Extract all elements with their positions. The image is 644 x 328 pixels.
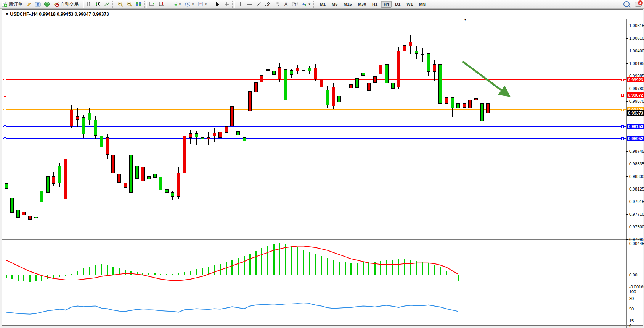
price-tick-label: 1.00195 <box>629 61 644 66</box>
candle <box>124 183 127 188</box>
toolbar-button-text[interactable]: A <box>282 0 290 8</box>
hline-support-2[interactable] <box>3 138 626 139</box>
hline-anchor[interactable] <box>621 94 624 97</box>
toolbar-button-vertical-line[interactable] <box>236 0 244 8</box>
candle <box>397 51 400 87</box>
toolbar-button-trendline[interactable] <box>254 0 263 8</box>
timeframe-button-M15[interactable]: M15 <box>341 1 354 8</box>
pane-divider[interactable] <box>2 241 642 241</box>
hline-anchor[interactable] <box>4 79 6 81</box>
timeframe-button-M1[interactable]: M1 <box>317 1 328 8</box>
macd-histogram-bar <box>202 268 203 275</box>
price-tick-label: 1.00400 <box>629 48 644 53</box>
toolbar-button-arrows[interactable]: ▼ <box>300 0 312 8</box>
toolbar-button-tile-windows[interactable] <box>135 0 143 8</box>
toolbar-separator <box>232 1 235 8</box>
dropdown-arrow-icon[interactable]: ▼ <box>191 3 194 6</box>
chat-bubble-icon[interactable]: 1 <box>635 2 642 7</box>
toolbar-button-indicators[interactable]: ▼ <box>170 0 183 8</box>
hline-anchor[interactable] <box>621 137 624 140</box>
hline-anchor[interactable] <box>4 109 6 111</box>
toolbar-button-candle-chart[interactable] <box>94 0 102 8</box>
timeframe-button-H4[interactable]: H4 <box>381 1 392 8</box>
timeframe-button-H1[interactable]: H1 <box>369 1 380 8</box>
timeframe-button-M5[interactable]: M5 <box>329 1 340 8</box>
toolbar-button-fibonacci[interactable]: F <box>273 0 281 8</box>
toolbar-button-equidistant-channel[interactable]: E <box>263 0 272 8</box>
macd-tick-label: 0.00445 <box>629 241 644 246</box>
toolbar-button-zoom-in[interactable] <box>116 0 125 8</box>
chart-plot-area[interactable]: 1.008151.006101.004001.001950.999850.997… <box>2 19 642 328</box>
macd-histogram-bar <box>398 259 399 275</box>
macd-histogram-bar <box>89 267 90 275</box>
chart-window[interactable]: ▼ USDCHF-,H4 0.99418 0.99453 0.99347 0.9… <box>2 9 643 326</box>
pane-divider[interactable] <box>2 289 642 289</box>
macd-histogram-bar <box>416 261 417 275</box>
toolbar-button-profile[interactable] <box>34 0 42 8</box>
pane-divider[interactable] <box>2 288 642 288</box>
hline-anchor[interactable] <box>4 125 6 128</box>
timeframe-button-M30[interactable]: M30 <box>355 1 369 8</box>
toolbar-button-new-order[interactable]: 新订单 <box>0 0 24 8</box>
dropdown-arrow-icon[interactable]: ▼ <box>204 3 207 6</box>
candle <box>260 75 263 82</box>
price-tick <box>626 89 628 89</box>
price-tick-label: 0.99570 <box>629 99 644 103</box>
candle <box>46 176 50 193</box>
candle <box>183 136 186 174</box>
timeframe-button-W1[interactable]: W1 <box>404 1 416 8</box>
toolbar-button-auto-scroll[interactable] <box>148 0 156 8</box>
rsi-tick <box>626 309 628 309</box>
candle <box>207 137 210 140</box>
macd-histogram-bar <box>83 268 84 275</box>
toolbar-button-periods[interactable]: ▼ <box>183 0 196 8</box>
search-icon[interactable] <box>623 1 630 7</box>
toolbar-button-line-chart[interactable] <box>103 0 111 8</box>
toolbar-button-crosshair[interactable] <box>223 0 231 8</box>
candle <box>201 137 204 140</box>
toolbar-button-cursor[interactable] <box>214 0 222 8</box>
macd-histogram-bar <box>392 260 393 275</box>
price-tick <box>626 63 628 64</box>
hline-pivot-orange[interactable] <box>3 109 626 110</box>
hline-current-price[interactable] <box>3 113 626 113</box>
price-tick-label: 1.00815 <box>629 23 644 28</box>
toolbar-button-chart-shift[interactable] <box>157 0 165 8</box>
macd-histogram-bar <box>196 269 197 275</box>
macd-histogram-bar <box>112 267 114 275</box>
toolbar-button-crayon[interactable] <box>24 0 33 8</box>
timeframe-button-MN[interactable]: MN <box>416 1 428 8</box>
macd-histogram-bar <box>368 262 369 275</box>
hline-anchor[interactable] <box>621 79 624 81</box>
toolbar-button-horizontal-line[interactable] <box>245 0 254 8</box>
toolbar-button-templates[interactable]: ▼ <box>196 0 209 8</box>
toolbar-right: 1 <box>623 0 642 8</box>
toolbar-button-autotrade[interactable]: 自动交易 <box>52 0 80 8</box>
hline-anchor[interactable] <box>4 137 6 140</box>
hline-resistance-1[interactable] <box>3 79 626 80</box>
candle <box>10 198 14 213</box>
toolbar-button-signal[interactable] <box>43 0 51 8</box>
toolbar-button-bar-chart[interactable] <box>85 0 93 8</box>
chart-shift-marker[interactable]: ▼ <box>464 18 467 21</box>
timeframe-button-D1[interactable]: D1 <box>392 1 403 8</box>
macd-histogram-bar <box>125 270 126 275</box>
macd-histogram-bar <box>231 260 233 275</box>
hline-anchor[interactable] <box>4 94 6 97</box>
macd-histogram-bar <box>273 244 275 275</box>
pane-divider[interactable] <box>2 239 642 240</box>
macd-histogram-bar <box>107 265 108 275</box>
hline-resistance-2[interactable] <box>3 95 626 95</box>
price-tick <box>626 214 628 215</box>
mt4-window: 新订单自动交易▼▼▼EFAT▼M1M5M15M30H1H4D1W1MN 1 ▼ … <box>0 0 644 328</box>
macd-histogram-bar <box>71 274 72 275</box>
toolbar-button-zoom-out[interactable] <box>125 0 134 8</box>
hline-anchor[interactable] <box>621 125 624 128</box>
candle <box>213 133 216 137</box>
chevron-down-icon[interactable]: ▼ <box>5 12 9 16</box>
toolbar-button-text-label[interactable]: T <box>291 0 299 8</box>
dropdown-arrow-icon[interactable]: ▼ <box>178 3 181 6</box>
dropdown-arrow-icon[interactable]: ▼ <box>308 3 311 6</box>
hline-anchor[interactable] <box>621 109 624 111</box>
price-tick <box>626 189 628 189</box>
